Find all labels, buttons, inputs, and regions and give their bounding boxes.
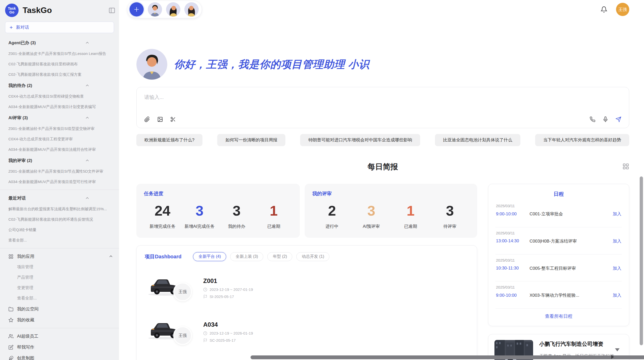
- clock-icon: [203, 331, 207, 335]
- dashboard-tab[interactable]: 全新上装 (3): [230, 252, 263, 261]
- logo-line1: Task: [8, 7, 16, 10]
- app-window: Task Go TaskGo 新对话 Agent已办 (3)Z001-全新燃油皮…: [0, 0, 644, 360]
- logo-line2: Go: [9, 10, 14, 14]
- notification-bell-icon[interactable]: [601, 6, 607, 13]
- microphone-icon[interactable]: [603, 116, 608, 122]
- sidebar-item[interactable]: C0X4-动力总成开发项目SI里程碑提交物检查: [0, 91, 119, 102]
- project-name: A034: [203, 321, 277, 328]
- schedule-date: 2025/03/11: [496, 231, 621, 235]
- topbar: 王强: [119, 0, 644, 19]
- team-avatar[interactable]: [166, 2, 180, 17]
- collapse-sidebar-icon[interactable]: [108, 7, 115, 14]
- stat-label: AI预评审: [352, 223, 391, 229]
- schedule-item: 2025/03/119:00-10:00C001-立项审批会加入: [495, 200, 622, 227]
- sidebar-item[interactable]: C0X4-动力总成开发项目工程变更评审: [0, 134, 119, 144]
- project-flag: SC-2025-05-17: [203, 338, 277, 342]
- join-link[interactable]: 加入: [613, 238, 621, 244]
- scissors-icon[interactable]: [170, 116, 176, 122]
- join-link[interactable]: 加入: [613, 292, 621, 298]
- sidebar-section-header[interactable]: 我的待办 (2): [0, 80, 119, 91]
- sidebar-app-item[interactable]: 变更管理: [0, 283, 119, 293]
- sidebar-item[interactable]: 解释最新出台的欧盟报废车法规再生塑料比例被调至15%...: [0, 204, 119, 214]
- sidebar-item-folder[interactable]: 我的云空间: [0, 304, 119, 314]
- dashboard-tab[interactable]: 年型 (2): [267, 252, 292, 261]
- team-avatar[interactable]: [148, 2, 162, 17]
- left-column: 任务进度24新增完成任务3新增AI完成任务3我的待办1已逾期我的评审2进行中3A…: [136, 184, 477, 360]
- suggestion-chip[interactable]: 比亚迪全固态电池计划具体说了什么: [435, 134, 520, 146]
- chevron-up-icon: [61, 158, 114, 163]
- stat: 3AI预评审: [352, 202, 391, 229]
- sidebar-item[interactable]: A034-全新新能源MUV产品开发项目计划变更表编写: [0, 102, 119, 112]
- chevron-up-icon: [61, 83, 114, 88]
- sidebar-item[interactable]: Z001-全新燃油皮卡产品开发项目SI节点Lesson Learn报告: [0, 49, 119, 59]
- sidebar-item-star[interactable]: 我的收藏: [0, 314, 119, 325]
- scroll-down-arrow[interactable]: [615, 348, 620, 351]
- sidebar-view-all[interactable]: 查看全部...: [0, 235, 119, 246]
- sidebar-item-my-apps[interactable]: 我的应用: [0, 251, 119, 262]
- layout-grid-icon[interactable]: [622, 163, 629, 170]
- stat-value: 3: [430, 202, 470, 220]
- stat-label: 我的待办: [218, 223, 255, 229]
- sidebar-tool-item[interactable]: 创意制图: [0, 353, 119, 360]
- chevron-up-icon: [61, 115, 114, 121]
- sidebar-item[interactable]: C02-飞腾新能源轻客改款项目的闭环通告反馈情况: [0, 214, 119, 225]
- suggestion-chip[interactable]: 特朗普可能对进口汽车增税会对中国车企造成哪些影响: [300, 134, 420, 146]
- add-agent-button[interactable]: [129, 2, 144, 17]
- suggestion-chip[interactable]: 如何写一份清晰的项目周报: [217, 134, 285, 146]
- horizontal-scrollbar[interactable]: [251, 355, 644, 359]
- sidebar-section-header[interactable]: AI评审 (3): [0, 112, 119, 124]
- grid-icon: [8, 254, 13, 259]
- sidebar-item[interactable]: A034-全新新能源MUV产品开发项目法规符合性评审: [0, 144, 119, 155]
- dashboard-tab[interactable]: 动总开发 (1): [296, 252, 329, 261]
- sidebar-section-header[interactable]: 我的评审 (2): [0, 155, 119, 166]
- dashboard-title: 项目Dashboard: [145, 253, 181, 260]
- section-title: 最近对话: [8, 195, 61, 201]
- sidebar-app-item[interactable]: 产品管理: [0, 272, 119, 283]
- attachment-icon[interactable]: [144, 116, 150, 122]
- suggestion-chip[interactable]: 当下年轻人对汽车外观有怎样的喜好趋势: [535, 134, 629, 146]
- briefing-header: 每日简报: [136, 161, 629, 172]
- section-title: Agent已办 (3): [8, 40, 61, 46]
- stat-label: 进行中: [312, 223, 352, 229]
- user-avatar[interactable]: 王强: [616, 3, 629, 16]
- sidebar-item[interactable]: Z001-全新燃油轻卡产品开发项目SI节点属性5D文件评审: [0, 166, 119, 177]
- sidebar-section-header[interactable]: Agent已办 (3): [0, 37, 119, 49]
- sidebar-item[interactable]: 公司Q3轻卡销量: [0, 225, 119, 235]
- sidebar-app-item[interactable]: 项目管理: [0, 262, 119, 272]
- chevron-up-icon: [61, 196, 114, 201]
- flag-text: SC-2025-05-17: [210, 338, 236, 342]
- vertical-scrollbar[interactable]: [640, 176, 643, 345]
- sidebar-header: Task Go TaskGo: [0, 0, 119, 20]
- view-all-schedule-link[interactable]: 查看所有日程: [495, 309, 622, 320]
- sidebar-item[interactable]: Z001-全新燃油轻卡产品开发项目SI造型提交物评审: [0, 124, 119, 134]
- schedule-time: 10:30-11:30: [496, 266, 526, 271]
- new-chat-button[interactable]: 新对话: [5, 22, 114, 33]
- join-link[interactable]: 加入: [613, 211, 621, 217]
- sidebar-apps-view-all[interactable]: 查看全部...: [0, 293, 119, 304]
- sidebar-item[interactable]: C02-飞腾新能源轻客改款项目立项汇报方案: [0, 69, 119, 80]
- sidebar-item[interactable]: A034-全新新能源MUV产品开发项目造型可行性评审: [0, 177, 119, 187]
- assistant-avatar: [136, 49, 167, 80]
- send-icon[interactable]: [616, 116, 621, 122]
- scroll-right-arrow[interactable]: [611, 355, 614, 359]
- team-avatar[interactable]: [184, 2, 199, 17]
- sidebar-section-header[interactable]: 最近对话: [0, 192, 119, 204]
- sidebar: Task Go TaskGo 新对话 Agent已办 (3)Z001-全新燃油皮…: [0, 0, 119, 360]
- sidebar-tool-item[interactable]: AI超级员工: [0, 331, 119, 342]
- dates-text: 2023-12-19 ~ 2026-01-19: [210, 331, 253, 335]
- sidebar-tool-item[interactable]: 帮我写作: [0, 342, 119, 353]
- dashboard-tab[interactable]: 全新平台 (4): [193, 252, 226, 261]
- join-link[interactable]: 加入: [613, 265, 621, 271]
- message-input[interactable]: 请输入...: [144, 94, 621, 116]
- project-dates: 2023-12-19 ~ 2027-01-19: [203, 287, 277, 292]
- sidebar-item[interactable]: C02-飞腾新能源轻客改款项目里程碑画布: [0, 59, 119, 69]
- suggestion-chip[interactable]: 欧洲新规最近颁布了什么?: [136, 134, 202, 146]
- schedule-date: 2025/03/11: [496, 258, 621, 262]
- image-upload-icon[interactable]: [157, 116, 163, 122]
- stat-card-title: 任务进度: [144, 190, 292, 197]
- dates-text: 2023-12-19 ~ 2027-01-19: [210, 287, 253, 292]
- stat-label: 新增完成任务: [144, 223, 181, 229]
- app-logo: Task Go: [5, 4, 19, 17]
- phone-icon[interactable]: [590, 116, 595, 122]
- chevron-up-icon: [108, 254, 113, 259]
